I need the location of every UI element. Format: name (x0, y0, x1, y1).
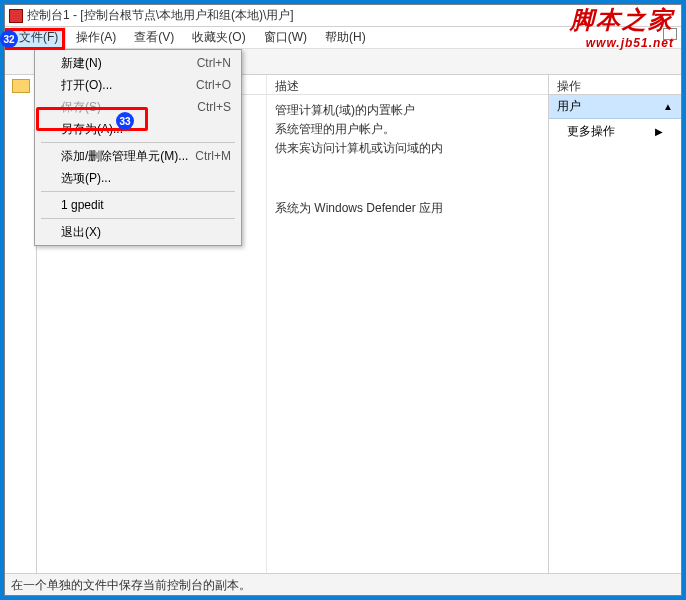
collapse-triangle-icon: ▲ (663, 101, 673, 112)
watermark: 脚本之家 www.jb51.net (570, 4, 674, 50)
actions-more-label: 更多操作 (567, 123, 615, 140)
menu-item-save[interactable]: 保存(S) Ctrl+S (37, 96, 239, 118)
folder-icon (12, 79, 30, 93)
callout-badge-33: 33 (116, 112, 134, 130)
actions-header: 操作 (549, 75, 681, 95)
menu-item-new[interactable]: 新建(N) Ctrl+N (37, 52, 239, 74)
menu-item-recent[interactable]: 1 gpedit (37, 194, 239, 216)
menu-item-options[interactable]: 选项(P)... (37, 167, 239, 189)
menu-item-exit[interactable]: 退出(X) (37, 221, 239, 243)
submenu-triangle-icon: ▶ (655, 126, 663, 137)
desc-row[interactable]: 供来宾访问计算机或访问域的内 (275, 139, 540, 158)
desc-row[interactable]: 系统为 Windows Defender 应用 (275, 199, 540, 218)
menu-action[interactable]: 操作(A) (68, 27, 124, 48)
menu-item-saveas[interactable]: 另存为(A)... (37, 118, 239, 140)
menu-help[interactable]: 帮助(H) (317, 27, 374, 48)
menu-window[interactable]: 窗口(W) (256, 27, 315, 48)
menu-file[interactable]: 文件(F) (11, 27, 66, 48)
file-menu-dropdown: 新建(N) Ctrl+N 打开(O)... Ctrl+O 保存(S) Ctrl+… (34, 49, 242, 246)
app-icon (9, 9, 23, 23)
watermark-chinese: 脚本之家 (570, 4, 674, 36)
description-header[interactable]: 描述 (267, 75, 548, 95)
menu-favorites[interactable]: 收藏夹(O) (184, 27, 253, 48)
tree-pane[interactable] (5, 75, 37, 573)
actions-more-row[interactable]: 更多操作 ▶ (549, 119, 681, 144)
callout-badge-32: 32 (0, 30, 18, 48)
actions-user-label: 用户 (557, 98, 581, 115)
actions-pane: 操作 用户 ▲ 更多操作 ▶ (549, 75, 681, 573)
menu-view[interactable]: 查看(V) (126, 27, 182, 48)
description-column: 描述 管理计算机(域)的内置帐户 系统管理的用户帐户。 供来宾访问计算机或访问域… (267, 75, 548, 573)
description-body: 管理计算机(域)的内置帐户 系统管理的用户帐户。 供来宾访问计算机或访问域的内 … (267, 95, 548, 224)
window-title: 控制台1 - [控制台根节点\本地用户和组(本地)\用户] (27, 7, 294, 24)
statusbar: 在一个单独的文件中保存当前控制台的副本。 (5, 573, 681, 595)
menu-separator (41, 191, 235, 192)
desc-row[interactable]: 系统管理的用户帐户。 (275, 120, 540, 139)
watermark-url: www.jb51.net (570, 36, 674, 50)
menu-item-snapin[interactable]: 添加/删除管理单元(M)... Ctrl+M (37, 145, 239, 167)
desc-row[interactable]: 管理计算机(域)的内置帐户 (275, 101, 540, 120)
actions-user-row[interactable]: 用户 ▲ (549, 95, 681, 119)
menu-separator (41, 218, 235, 219)
menu-item-open[interactable]: 打开(O)... Ctrl+O (37, 74, 239, 96)
menu-separator (41, 142, 235, 143)
status-text: 在一个单独的文件中保存当前控制台的副本。 (11, 578, 251, 592)
